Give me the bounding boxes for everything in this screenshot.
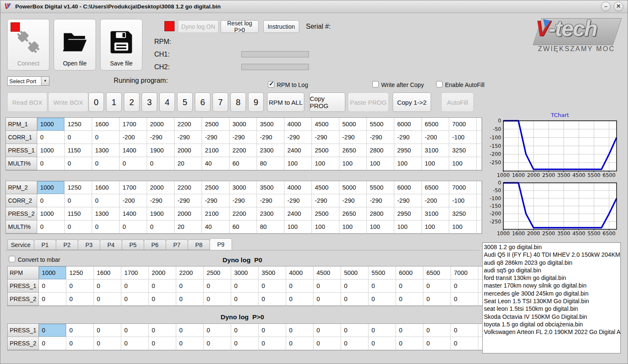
file-list-item[interactable]: seat leon 1.5tsi 150km go digital.bin (484, 305, 620, 312)
prog1-cell[interactable]: -290 (229, 131, 257, 144)
prog2-cell[interactable]: 100 (339, 220, 367, 234)
connect-button[interactable]: Connect (7, 19, 49, 71)
prog1-cell[interactable]: 1900 (147, 144, 175, 157)
rpm-to-log-checkbox[interactable] (268, 81, 274, 87)
dyno_pgt0-cell[interactable]: 0 (149, 337, 176, 350)
prog2-cell[interactable]: 0 (65, 220, 92, 234)
dyno_p0-cell[interactable]: 0 (286, 280, 314, 293)
prog2-cell[interactable]: -100 (449, 194, 477, 207)
dyno_p0-cell[interactable]: 0 (204, 280, 231, 293)
prog2-cell[interactable]: 5000 (339, 181, 367, 194)
prog1-cell[interactable]: 2000 (175, 144, 202, 157)
prog2-cell[interactable]: 1250 (65, 181, 92, 194)
file-list-item[interactable]: toyota 1.5 go digital od obciążenia.bin (484, 321, 620, 328)
prog2-cell[interactable]: -290 (229, 194, 257, 207)
prog2-cell[interactable]: -290 (175, 194, 202, 207)
prog2-cell[interactable]: 2200 (229, 207, 257, 220)
prog2-cell[interactable]: -200 (120, 194, 147, 207)
prog1-cell[interactable]: -290 (147, 131, 175, 144)
reset-log-button[interactable]: Reset log P>0 (221, 20, 259, 33)
file-list-item[interactable]: ford transit 130km go digital.bin (484, 274, 620, 282)
dyno_p0-cell[interactable]: 0 (341, 293, 369, 306)
dyno_pgt0-cell[interactable]: 0 (66, 324, 94, 337)
dyno_p0-cell[interactable]: 0 (396, 293, 423, 306)
dyno_p0-cell[interactable]: 0 (259, 280, 286, 293)
tab-p1[interactable]: P1 (34, 239, 56, 250)
dyno_p0-cell[interactable]: 0 (94, 280, 121, 293)
dyno_pgt0-cell[interactable]: 0 (39, 324, 66, 337)
prog1-cell[interactable]: 6500 (422, 118, 449, 131)
dyno_pgt0-cell[interactable]: 0 (396, 324, 423, 337)
prog2-cell[interactable]: -290 (367, 194, 394, 207)
digit-button-4[interactable]: 4 (159, 92, 175, 112)
file-list-item[interactable]: Seat Leon 1.5 TSI 130KM Go Digital.bin (484, 297, 620, 305)
dyno_p0-cell[interactable]: 1000 (39, 266, 66, 280)
dyno_pgt0-cell[interactable]: 0 (396, 337, 423, 350)
file-list-item[interactable]: audi sq5 go digital.bin (484, 266, 620, 274)
prog2-cell[interactable]: 4500 (312, 181, 339, 194)
prog1-cell[interactable]: 100 (449, 157, 477, 170)
dyno_p0-cell[interactable]: 0 (369, 280, 396, 293)
dyno_p0-cell[interactable]: 0 (286, 293, 314, 306)
prog2-cell[interactable]: 2000 (147, 181, 175, 194)
prog1-cell[interactable]: 2400 (284, 144, 312, 157)
prog2-cell[interactable]: 2800 (367, 207, 394, 220)
dyno_p0-cell[interactable]: 0 (341, 280, 369, 293)
prog1-cell[interactable]: 1600 (92, 118, 120, 131)
prog1-cell[interactable]: 2950 (394, 144, 422, 157)
prog1-cell[interactable]: 100 (422, 157, 449, 170)
dyno_p0-cell[interactable]: 0 (231, 293, 259, 306)
close-button[interactable]: ✕ (614, 2, 623, 11)
prog2-cell[interactable]: 100 (394, 220, 422, 234)
prog2-cell[interactable]: 1900 (147, 207, 175, 220)
prog2-cell[interactable]: 3250 (449, 207, 477, 220)
dyno_p0-cell[interactable]: 0 (396, 280, 423, 293)
prog1-cell[interactable]: -290 (257, 131, 284, 144)
dyno_p0-cell[interactable]: 4500 (314, 266, 341, 280)
prog1-cell[interactable]: 2800 (367, 144, 394, 157)
dyno_p0-cell[interactable]: 0 (176, 280, 204, 293)
dyno_p0-cell[interactable]: 0 (451, 280, 478, 293)
prog1-cell[interactable]: 1700 (120, 118, 147, 131)
prog2-cell[interactable]: 60 (229, 220, 257, 234)
prog2-cell[interactable]: 1300 (92, 207, 120, 220)
prog1-cell[interactable]: 1400 (120, 144, 147, 157)
prog1-cell[interactable]: 2200 (229, 144, 257, 157)
prog1-cell[interactable]: 100 (339, 157, 367, 170)
prog1-cell[interactable]: 0 (92, 157, 120, 170)
file-list-item[interactable]: audi q8 286km 2023 go digital.bin (484, 259, 620, 266)
prog1-cell[interactable]: -290 (312, 131, 339, 144)
prog1-cell[interactable]: 1000 (37, 118, 65, 131)
prog2-cell[interactable]: 2000 (175, 207, 202, 220)
file-list-item[interactable]: Volkswagen Arteon FL 2.0 190KM 2022 Go D… (484, 328, 620, 336)
prog1-cell[interactable]: 5000 (339, 118, 367, 131)
file-list-item[interactable]: 3008 1.2 go digital.bin (484, 243, 620, 251)
prog1-cell[interactable]: 4000 (284, 118, 312, 131)
dyno_p0-cell[interactable]: 1700 (121, 266, 149, 280)
dyno_pgt0-cell[interactable]: 0 (369, 337, 396, 350)
dyno_p0-cell[interactable]: 2200 (176, 266, 204, 280)
prog2-cell[interactable]: -290 (202, 194, 229, 207)
digit-button-9[interactable]: 9 (248, 92, 264, 112)
enable-autofill-checkbox[interactable] (436, 81, 442, 87)
prog1-cell[interactable]: -290 (394, 131, 422, 144)
dyno_pgt0-cell[interactable]: 0 (204, 324, 231, 337)
digit-button-7[interactable]: 7 (213, 92, 228, 112)
prog1-cell[interactable]: 100 (284, 157, 312, 170)
prog1-cell[interactable]: -290 (202, 131, 229, 144)
prog1-cell[interactable]: 2500 (202, 118, 229, 131)
dyno_p0-cell[interactable]: 3000 (231, 266, 259, 280)
prog1-cell[interactable]: 100 (367, 157, 394, 170)
dyno_p0-cell[interactable]: 3500 (259, 266, 286, 280)
prog2-cell[interactable]: 0 (92, 220, 120, 234)
copy-prog-button[interactable]: Copy PROG (309, 92, 345, 112)
dyno_p0-cell[interactable]: 0 (121, 293, 149, 306)
prog2-cell[interactable]: 6000 (394, 181, 422, 194)
prog2-cell[interactable]: 2650 (339, 207, 367, 220)
dyno_p0-cell[interactable]: 2500 (204, 266, 231, 280)
dyno_p0-cell[interactable]: 0 (259, 293, 286, 306)
tab-p8[interactable]: P8 (188, 239, 210, 250)
prog2-cell[interactable]: 80 (257, 220, 284, 234)
dyno_pgt0-cell[interactable]: 0 (423, 337, 451, 350)
prog1-cell[interactable]: 3000 (229, 118, 257, 131)
